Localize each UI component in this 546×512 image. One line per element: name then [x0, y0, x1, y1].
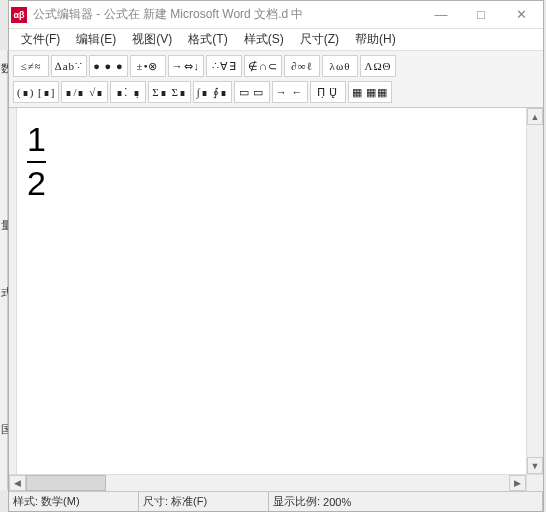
menu-help[interactable]: 帮助(H) [347, 29, 404, 50]
menu-file[interactable]: 文件(F) [13, 29, 68, 50]
status-zoom-label: 显示比例: [273, 494, 320, 509]
template-fractions[interactable]: ∎/∎ √∎ [61, 81, 108, 103]
palette-set-theory[interactable]: ∉∩⊂ [244, 55, 282, 77]
template-sums[interactable]: Σ∎ Σ∎ [148, 81, 191, 103]
equation-canvas[interactable]: 1 2 [17, 108, 526, 474]
close-button[interactable]: ✕ [501, 2, 541, 28]
template-integrals[interactable]: ∫∎ ∮∎ [193, 81, 232, 103]
palette-arrows[interactable]: →⇔↓ [168, 55, 205, 77]
editor-area: 1 2 ▲ ▼ [9, 108, 543, 474]
menu-format[interactable]: 格式(T) [180, 29, 235, 50]
palette-greek-upper[interactable]: ΛΩΘ [360, 55, 396, 77]
template-scripts[interactable]: ∎⁚ ∎̣ [110, 81, 146, 103]
scroll-left-icon[interactable]: ◀ [9, 475, 26, 491]
menubar: 文件(F) 编辑(E) 视图(V) 格式(T) 样式(S) 尺寸(Z) 帮助(H… [9, 29, 543, 51]
status-zoom[interactable]: 显示比例: 200% [269, 492, 543, 511]
fraction-bar [27, 161, 46, 163]
template-fences[interactable]: (∎) [∎] [13, 81, 59, 103]
scroll-right-icon[interactable]: ▶ [509, 475, 526, 491]
minimize-button[interactable]: — [421, 2, 461, 28]
window-title: 公式编辑器 - 公式在 新建 Microsoft Word 文档.d 中 [33, 6, 421, 23]
template-products[interactable]: Π̣ Ų̈ [310, 81, 346, 103]
fraction[interactable]: 1 2 [27, 122, 46, 201]
horizontal-scrollbar[interactable]: ◀ ▶ [9, 475, 526, 491]
template-labeled-arrows[interactable]: → ← [272, 81, 308, 103]
palette-operators[interactable]: ±•⊗ [130, 55, 166, 77]
status-style-label: 样式: [13, 494, 38, 509]
status-zoom-value: 200% [323, 496, 351, 508]
status-size-value: 标准(F) [171, 494, 207, 509]
status-style[interactable]: 样式: 数学(M) [9, 492, 139, 511]
status-style-value: 数学(M) [41, 494, 80, 509]
status-size[interactable]: 尺寸: 标准(F) [139, 492, 269, 511]
scroll-track[interactable] [106, 475, 509, 491]
palette-embellishments[interactable]: ● ● ● [89, 55, 127, 77]
scroll-up-icon[interactable]: ▲ [527, 108, 543, 125]
palette-misc[interactable]: ∂∞ℓ [284, 55, 320, 77]
vertical-ruler [9, 108, 17, 474]
vertical-scrollbar[interactable]: ▲ ▼ [526, 108, 543, 474]
cropped-sidebar: 数 量 式 国 [0, 50, 8, 490]
palette-logical[interactable]: ∴∀∃ [206, 55, 242, 77]
menu-view[interactable]: 视图(V) [124, 29, 180, 50]
fraction-numerator[interactable]: 1 [27, 122, 46, 158]
palette-relational[interactable]: ≤≠≈ [13, 55, 49, 77]
menu-edit[interactable]: 编辑(E) [68, 29, 124, 50]
scroll-thumb[interactable] [26, 475, 106, 491]
menu-style[interactable]: 样式(S) [236, 29, 292, 50]
scroll-down-icon[interactable]: ▼ [527, 457, 543, 474]
equation-editor-window: αβ 公式编辑器 - 公式在 新建 Microsoft Word 文档.d 中 … [8, 0, 544, 512]
template-bars[interactable]: ▭ ▭ [234, 81, 270, 103]
toolbar-row-1: ≤≠≈ ∆ab∵ ● ● ● ±•⊗ →⇔↓ ∴∀∃ ∉∩⊂ ∂∞ℓ λωθ Λ… [9, 53, 543, 79]
scroll-corner [526, 475, 543, 491]
app-icon: αβ [11, 7, 27, 23]
symbol-toolbar: ≤≠≈ ∆ab∵ ● ● ● ±•⊗ →⇔↓ ∴∀∃ ∉∩⊂ ∂∞ℓ λωθ Λ… [9, 51, 543, 108]
palette-greek-lower[interactable]: λωθ [322, 55, 358, 77]
template-matrices[interactable]: ▦ ▦▦ [348, 81, 393, 103]
fraction-denominator[interactable]: 2 [27, 166, 46, 202]
status-size-label: 尺寸: [143, 494, 168, 509]
horizontal-scrollbar-area: ◀ ▶ [9, 474, 543, 491]
toolbar-row-2: (∎) [∎] ∎/∎ √∎ ∎⁚ ∎̣ Σ∎ Σ∎ ∫∎ ∮∎ ▭ ▭ → ←… [9, 79, 543, 105]
menu-size[interactable]: 尺寸(Z) [292, 29, 347, 50]
statusbar: 样式: 数学(M) 尺寸: 标准(F) 显示比例: 200% [9, 491, 543, 511]
palette-spaces[interactable]: ∆ab∵ [51, 55, 87, 77]
titlebar[interactable]: αβ 公式编辑器 - 公式在 新建 Microsoft Word 文档.d 中 … [9, 1, 543, 29]
maximize-button[interactable]: □ [461, 2, 501, 28]
